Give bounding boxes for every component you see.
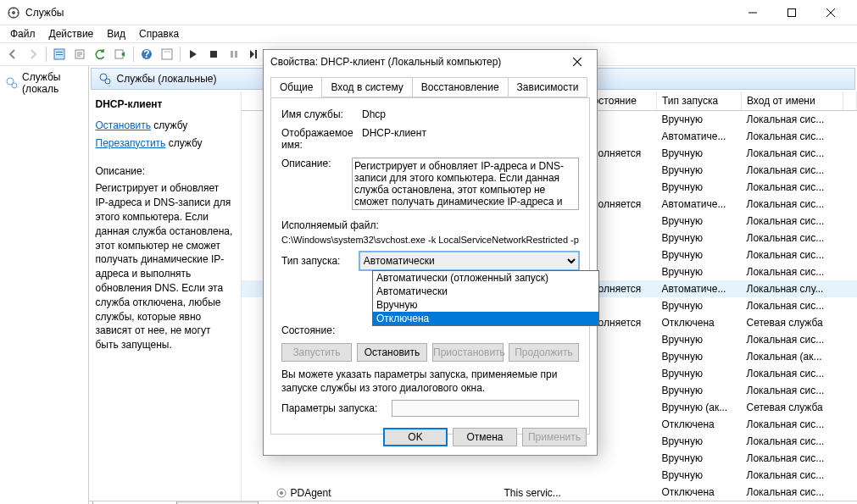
startup-option[interactable]: Автоматически (отложенный запуск) <box>373 271 598 285</box>
menu-help[interactable]: Справка <box>132 26 186 42</box>
lbl-params: Параметры запуска: <box>281 402 392 414</box>
pdagent-name[interactable]: PDAgent <box>291 487 331 499</box>
tree-root-label: Службы (локаль <box>22 71 83 95</box>
svg-text:?: ? <box>143 48 149 60</box>
properties2-icon[interactable] <box>158 45 176 64</box>
cancel-button[interactable]: Отмена <box>453 428 517 446</box>
lbl-startup: Тип запуска: <box>281 255 359 267</box>
maximize-button[interactable] <box>772 0 811 25</box>
window-title: Службы <box>25 7 733 19</box>
start-button: Запустить <box>281 343 352 362</box>
svg-rect-2 <box>788 8 796 16</box>
svg-rect-4 <box>56 52 63 53</box>
val-svc-name: Dhcp <box>362 108 579 120</box>
dialog-title: Свойства: DHCP-клиент (Локальный компьют… <box>270 56 565 68</box>
svg-rect-13 <box>231 51 233 58</box>
gears-icon <box>5 76 19 90</box>
refresh-icon[interactable] <box>91 45 109 64</box>
task-pane: DHCP-клиент Остановить службу Перезапуст… <box>89 91 242 501</box>
svg-point-19 <box>105 79 110 84</box>
tab-deps[interactable]: Зависимости <box>508 77 588 97</box>
back-button[interactable] <box>3 45 22 64</box>
table-row[interactable]: ВручнуюЛокальная сис... <box>242 467 857 484</box>
restart-link[interactable]: Перезапустить <box>96 137 166 149</box>
app-icon <box>7 6 20 19</box>
gear-icon <box>275 487 287 499</box>
desc-text: Регистрирует и обновляет IP-адреса и DNS… <box>96 181 234 352</box>
col-scroll <box>843 91 857 111</box>
menu-file[interactable]: Файл <box>3 26 42 42</box>
properties-icon[interactable] <box>50 45 69 64</box>
svg-rect-5 <box>56 54 63 55</box>
forward-button[interactable] <box>24 45 42 64</box>
export-icon[interactable] <box>70 45 89 64</box>
svg-point-1 <box>12 11 15 14</box>
svg-point-21 <box>280 491 283 495</box>
startup-option[interactable]: Вручную <box>373 298 598 312</box>
description-box[interactable]: Регистрирует и обновляет IP-адреса и DNS… <box>352 158 579 210</box>
stop-icon[interactable] <box>204 45 223 64</box>
startup-option[interactable]: Отключена <box>373 312 598 325</box>
bottom-tabs: Расширенный Стандартный <box>89 501 858 504</box>
menubar: Файл Действие Вид Справка <box>0 25 857 42</box>
restart-icon[interactable] <box>245 45 264 64</box>
val-exe: C:\Windows\system32\svchost.exe -k Local… <box>281 235 579 245</box>
col-startup[interactable]: Тип запуска <box>657 91 742 111</box>
resume-button: Продолжить <box>509 343 579 362</box>
help-icon[interactable]: ? <box>137 45 156 64</box>
ok-button[interactable]: OK <box>383 428 448 446</box>
stop-link[interactable]: Остановить <box>96 119 152 131</box>
close-button[interactable] <box>811 0 850 25</box>
tab-logon[interactable]: Вход в систему <box>321 77 412 97</box>
tree-root-services[interactable]: Службы (локаль <box>3 69 85 97</box>
startup-option[interactable]: Автоматически <box>373 285 598 298</box>
lbl-svc-name: Имя службы: <box>281 108 362 120</box>
svg-rect-12 <box>210 51 217 58</box>
val-display-name: DHCP-клиент <box>362 127 579 139</box>
svg-point-17 <box>12 83 17 88</box>
lbl-state: Состояние: <box>281 324 362 336</box>
properties-dialog: Свойства: DHCP-клиент (Локальный компьют… <box>263 49 598 456</box>
minimize-button[interactable] <box>733 0 772 25</box>
lbl-exe: Исполняемый файл: <box>281 219 379 231</box>
startup-dropdown: Автоматически (отложенный запуск)Автомат… <box>372 270 599 326</box>
desc-label: Описание: <box>96 164 234 179</box>
pdagent-desc: This servic... <box>504 487 561 499</box>
apply-button: Применить <box>522 428 587 446</box>
gears-icon <box>98 72 112 86</box>
pause-icon[interactable] <box>225 45 243 64</box>
menu-view[interactable]: Вид <box>100 26 132 42</box>
content-header-title: Службы (локальные) <box>117 73 217 85</box>
svg-rect-10 <box>162 49 172 59</box>
hint-text: Вы можете указать параметры запуска, при… <box>281 368 579 395</box>
startup-select[interactable]: Автоматически <box>359 252 579 270</box>
svg-rect-15 <box>255 50 257 58</box>
params-input <box>392 400 579 417</box>
export-list-icon[interactable] <box>111 45 130 64</box>
lbl-display-name: Отображаемое имя: <box>281 127 362 151</box>
play-icon[interactable] <box>184 45 203 64</box>
tab-recovery[interactable]: Восстановление <box>412 77 509 97</box>
tree-pane: Службы (локаль <box>0 66 89 504</box>
col-logon[interactable]: Вход от имени <box>742 91 843 111</box>
window-titlebar: Службы <box>0 0 857 25</box>
tab-general[interactable]: Общие <box>270 77 322 97</box>
stop-button[interactable]: Остановить <box>357 343 427 362</box>
lbl-description: Описание: <box>281 158 352 169</box>
menu-action[interactable]: Действие <box>42 26 101 42</box>
dialog-close-button[interactable] <box>565 52 590 72</box>
svg-rect-14 <box>235 51 237 58</box>
task-title: DHCP-клиент <box>96 98 234 110</box>
pause-button: Приостановить <box>432 343 504 362</box>
svg-rect-11 <box>164 51 170 53</box>
